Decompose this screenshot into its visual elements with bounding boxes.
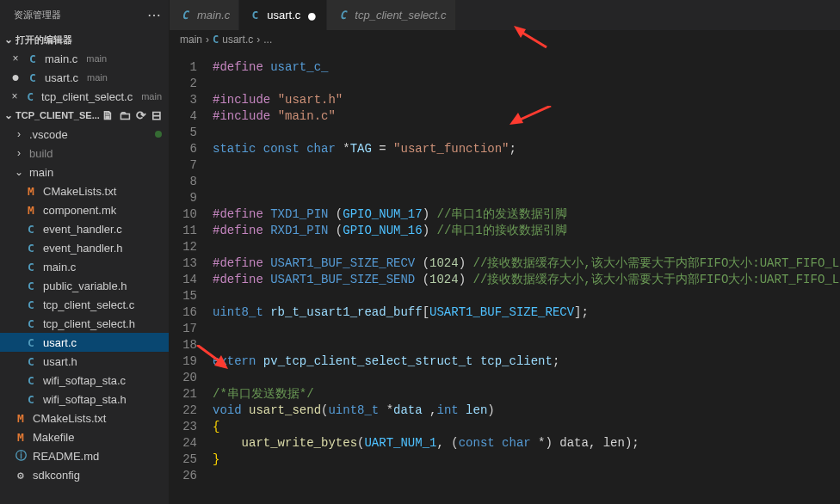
code-editor[interactable]: 1234567891011121314151617181920212223242… — [170, 49, 840, 504]
line-number: 7 — [170, 157, 197, 174]
line-number: 3 — [170, 92, 197, 108]
code-line[interactable]: #define USART1_BUF_SIZE_SEND (1024) //接收… — [213, 272, 840, 288]
tab-label: usart.c — [267, 9, 300, 22]
c-file-icon: C — [26, 71, 40, 84]
line-number: 22 — [170, 403, 197, 419]
breadcrumb-separator-icon: › — [206, 34, 209, 46]
file-icon: C — [24, 261, 38, 274]
code-line[interactable]: void usart_send(uint8_t *data ,int len) — [213, 403, 840, 419]
project-header[interactable]: ⌄ TCP_CLIENT_SE... 🗎 🗀 ⟳ ⊟ — [0, 106, 169, 125]
file-icon: C — [24, 336, 38, 349]
line-number: 6 — [170, 141, 197, 157]
chevron-down-icon: ⌄ — [2, 34, 15, 46]
open-editor-item[interactable]: ×C tcp_client_select.c main — [0, 87, 169, 106]
new-folder-icon[interactable]: 🗀 — [119, 108, 131, 122]
code-line[interactable]: #define RXD1_PIN (GPIO_NUM_16) //串口1的接收数… — [213, 223, 840, 239]
line-number: 19 — [170, 353, 197, 370]
tree-file[interactable]: Mcomponent.mk — [0, 200, 169, 219]
code-lines[interactable]: #define usart_c_ #include "usart.h"#incl… — [213, 59, 840, 504]
code-line[interactable] — [213, 157, 840, 174]
code-line[interactable]: { — [213, 419, 840, 435]
close-icon[interactable]: × — [10, 90, 19, 102]
code-line[interactable]: /*串口发送数据*/ — [213, 386, 840, 403]
tree-file[interactable]: Cwifi_softap_sta.c — [0, 371, 169, 390]
editor-tab[interactable]: C usart.c● — [239, 0, 327, 30]
breadcrumb-part[interactable]: ... — [263, 34, 272, 46]
code-line[interactable] — [213, 125, 840, 141]
code-line[interactable]: #include "main.c" — [213, 108, 840, 125]
line-number: 1 — [170, 59, 197, 76]
open-editor-item[interactable]: ●C usart.c main — [0, 68, 169, 87]
tree-file[interactable]: MMakefile — [0, 427, 169, 446]
file-name: CMakeLists.txt — [33, 412, 106, 425]
code-line[interactable]: #define usart_c_ — [213, 59, 840, 76]
tree-file[interactable]: Cevent_handler.h — [0, 238, 169, 257]
tree-file[interactable]: Ctcp_client_select.c — [0, 295, 169, 314]
tree-file[interactable]: Cwifi_softap_sta.h — [0, 390, 169, 409]
line-number: 8 — [170, 174, 197, 190]
code-line[interactable]: #define USART1_BUF_SIZE_RECV (1024) //接收… — [213, 255, 840, 272]
code-line[interactable] — [213, 288, 840, 304]
file-name: tcp_client_select.c — [43, 298, 134, 311]
tab-label: main.c — [197, 9, 230, 22]
tree-file[interactable]: Ctcp_client_select.h — [0, 314, 169, 333]
code-line[interactable]: uint8_t rb_t_usart1_read_buff[USART1_BUF… — [213, 304, 840, 321]
c-file-icon: C — [248, 9, 262, 22]
tree-file[interactable]: ⓘREADME.md — [0, 446, 169, 465]
code-line[interactable]: uart_write_bytes(UART_NUM_1, (const char… — [213, 435, 840, 452]
c-file-icon: C — [178, 9, 192, 22]
refresh-icon[interactable]: ⟳ — [136, 108, 146, 122]
collapse-all-icon[interactable]: ⊟ — [151, 108, 162, 122]
tree-file[interactable]: ⚙sdkconfig — [0, 465, 169, 484]
code-line[interactable] — [213, 321, 840, 337]
code-line[interactable]: extern pv_tcp_client_select_struct_t tcp… — [213, 353, 840, 370]
code-line[interactable] — [213, 190, 840, 206]
line-number: 4 — [170, 108, 197, 125]
code-line[interactable]: static const char *TAG = "usart_function… — [213, 141, 840, 157]
folder-name: .vscode — [29, 128, 68, 141]
more-actions-icon[interactable]: ⋯ — [147, 7, 162, 23]
editor-tab[interactable]: C tcp_client_select.c — [327, 0, 455, 30]
file-name: README.md — [33, 450, 99, 463]
tree-folder[interactable]: ›.vscode — [0, 125, 169, 144]
code-line[interactable] — [213, 174, 840, 190]
code-line[interactable] — [213, 76, 840, 92]
tree-file[interactable]: Cusart.c — [0, 333, 169, 352]
open-editor-item[interactable]: ×C main.c main — [0, 49, 169, 68]
tree-file[interactable]: Cmain.c — [0, 257, 169, 276]
new-file-icon[interactable]: 🗎 — [102, 108, 114, 122]
tree-folder[interactable]: ⌄main — [0, 163, 169, 181]
line-number: 20 — [170, 370, 197, 386]
breadcrumb[interactable]: main › C usart.c › ... — [170, 30, 840, 49]
file-name: component.mk — [43, 204, 116, 217]
explorer-title: 资源管理器 — [14, 9, 61, 22]
tree-file[interactable]: Cevent_handler.c — [0, 219, 169, 238]
code-line[interactable]: #define TXD1_PIN (GPIO_NUM_17) //串口1的发送数… — [213, 206, 840, 223]
editor-tab[interactable]: C main.c — [170, 0, 239, 30]
code-line[interactable]: } — [213, 452, 840, 468]
project-name: TCP_CLIENT_SE... — [15, 110, 102, 120]
tree-folder[interactable]: ›build — [0, 144, 169, 163]
editor-pane: C main.cC usart.c●C tcp_client_select.c … — [170, 0, 840, 504]
tree-file[interactable]: Cpublic_variable.h — [0, 276, 169, 295]
code-line[interactable] — [213, 239, 840, 255]
tree-file[interactable]: MCMakeLists.txt — [0, 409, 169, 427]
line-number: 11 — [170, 223, 197, 239]
code-line[interactable] — [213, 468, 840, 484]
file-name: sdkconfig — [33, 469, 80, 482]
tree-file[interactable]: MCMakeLists.txt — [0, 181, 169, 200]
line-number: 13 — [170, 255, 197, 272]
chevron-down-icon: ⌄ — [14, 166, 24, 178]
line-number: 9 — [170, 190, 197, 206]
folder-name: build — [29, 147, 52, 160]
code-line[interactable] — [213, 370, 840, 386]
close-icon[interactable]: × — [10, 52, 21, 65]
code-line[interactable] — [213, 337, 840, 353]
line-number: 18 — [170, 337, 197, 353]
tree-file[interactable]: Cusart.h — [0, 352, 169, 371]
open-editors-header[interactable]: ⌄ 打开的编辑器 — [0, 30, 169, 49]
file-icon: M — [24, 204, 38, 217]
breadcrumb-part[interactable]: main — [180, 34, 202, 46]
code-line[interactable]: #include "usart.h" — [213, 92, 840, 108]
breadcrumb-part[interactable]: usart.c — [222, 34, 253, 46]
